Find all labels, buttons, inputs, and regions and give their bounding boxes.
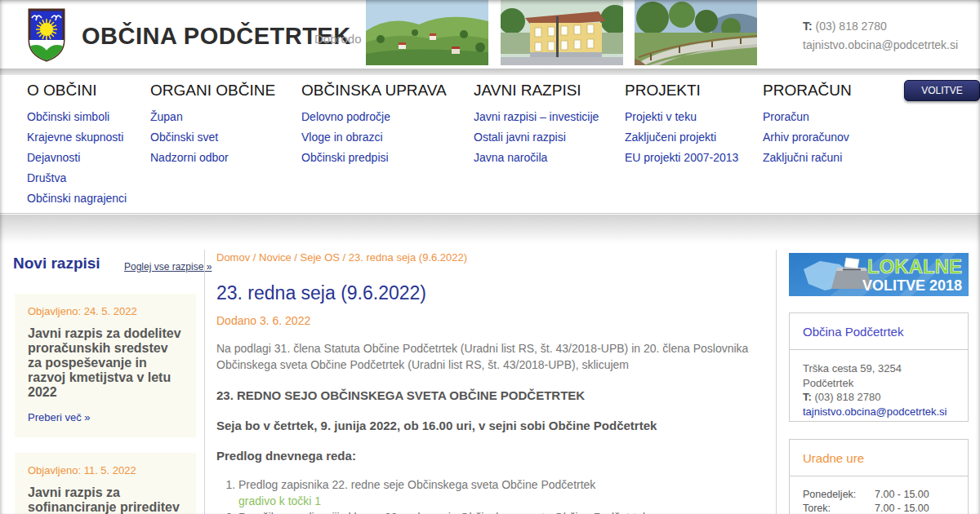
- nav-link-zakljuceni-projekti[interactable]: Zaključeni projekti: [625, 127, 738, 148]
- office-hours-body: Ponedeljek: 7.00 - 15.00 Torek: 7.00 - 1…: [790, 476, 968, 514]
- date-added: Dodano 3. 6. 2022: [216, 314, 762, 327]
- svg-text:VOLITVE 2018: VOLITVE 2018: [862, 277, 962, 294]
- nav-link-zupan[interactable]: Župan: [150, 107, 275, 127]
- nav-link-obcinski-nagrajenci[interactable]: Občinski nagrajenci: [27, 188, 127, 209]
- agenda-material-link[interactable]: gradivo k točki 1: [238, 493, 762, 509]
- main-navigation: O OBČINI Občinski simboli Krajevne skupn…: [0, 75, 980, 214]
- office-hours-row: Torek: 7.00 - 15.00: [803, 502, 955, 514]
- phone-number: (03) 818 2780: [814, 391, 880, 403]
- welcome-text: Dobrodo: [314, 32, 372, 46]
- phone-label: T:: [803, 20, 813, 33]
- office-hours-box: Uradne ure Ponedeljek: 7.00 - 15.00 Tore…: [789, 439, 969, 514]
- nav-col-o-obcini: O OBČINI Občinski simboli Krajevne skupn…: [27, 82, 127, 209]
- article: Domov / Novice / Seje OS / 23. redna sej…: [216, 251, 762, 514]
- nav-shadow: [0, 215, 980, 247]
- nav-col-projekti: PROJEKTI Projekti v teku Zaključeni proj…: [625, 82, 738, 168]
- nav-col-organi-obcine: ORGANI OBČINE Župan Občinski svet Nadzor…: [150, 82, 275, 168]
- session-heading: 23. REDNO SEJO OBČINSKEGA SVETA OBČINE P…: [216, 389, 762, 401]
- office-hours-row: Ponedeljek: 7.00 - 15.00: [803, 488, 955, 502]
- nav-col-javni-razpisi: JAVNI RAZPISI Javni razpisi – investicij…: [474, 82, 599, 168]
- nav-title-projekti[interactable]: PROJEKTI: [625, 82, 738, 100]
- svg-text:LOKALNE: LOKALNE: [867, 255, 962, 277]
- nav-link-proracun[interactable]: Proračun: [763, 107, 852, 127]
- agenda-list: Predlog zapisnika 22. redne seje Občinsk…: [216, 476, 762, 514]
- municipal-coat-of-arms-icon[interactable]: [27, 7, 66, 63]
- nav-title-proracun[interactable]: PRORAČUN: [763, 82, 852, 100]
- header-photo-municipal-building: [501, 0, 623, 65]
- agenda-item-text: Poročilo o realizaciji sklepov 22. redne…: [238, 511, 648, 514]
- municipality-phone: T: (03) 818 2780: [803, 390, 955, 405]
- nav-link-javni-razpisi-investicije[interactable]: Javni razpisi – investicije: [474, 107, 599, 127]
- nav-link-javna-narocila[interactable]: Javna naročila: [474, 148, 599, 168]
- session-time: Seja bo v četrtek, 9. junija 2022, ob 16…: [216, 419, 762, 432]
- breadcrumb[interactable]: Domov / Novice / Seje OS / 23. redna sej…: [216, 251, 762, 264]
- header-contact: T: (03) 818 2780 tajnistvo.obcina@podcet…: [803, 17, 958, 55]
- local-elections-2018-banner[interactable]: LOKALNE VOLITVE 2018: [789, 253, 969, 296]
- tender-published-date: Objavljeno: 24. 5. 2022: [28, 305, 183, 317]
- site-title: OBČINA PODČETRTEK: [82, 23, 351, 50]
- nav-col-proracun: PRORAČUN Proračun Arhiv proračunov Zaklj…: [763, 82, 852, 168]
- office-hours-title: Uradne ure: [790, 440, 968, 476]
- right-column-divider: [776, 250, 777, 514]
- nav-link-ostali-javni-razpisi[interactable]: Ostali javni razpisi: [474, 127, 599, 148]
- new-tenders-heading: Novi razpisi: [13, 255, 100, 273]
- municipality-contact-box: Občina Podčetrtek Trška cesta 59, 3254 P…: [789, 312, 969, 422]
- header-divider: [0, 69, 980, 75]
- nav-link-arhiv-proracunov[interactable]: Arhiv proračunov: [763, 127, 852, 148]
- nav-link-eu-projekti[interactable]: EU projekti 2007-2013: [625, 148, 738, 168]
- nav-link-obcinski-predpisi[interactable]: Občinski predpisi: [301, 148, 447, 168]
- site-header: OBČINA PODČETRTEK Dobrodo: [0, 0, 980, 69]
- nav-link-krajevne-skupnosti[interactable]: Krajevne skupnosti: [27, 127, 127, 148]
- agenda-heading: Predlog dnevnega reda:: [216, 450, 762, 462]
- volitve-2018-button[interactable]: VOLITVE 2018: [904, 80, 980, 101]
- agenda-item-text: Predlog zapisnika 22. redne seje Občinsk…: [238, 478, 595, 491]
- nav-link-obcinski-svet[interactable]: Občinski svet: [150, 127, 275, 148]
- office-hours-day: Ponedeljek:: [803, 488, 875, 502]
- nav-link-obcinski-simboli[interactable]: Občinski simboli: [27, 107, 127, 127]
- office-hours-day: Torek:: [803, 502, 875, 514]
- tender-title: Javni razpis za sofinanciranje priredite…: [28, 485, 183, 514]
- tender-published-date: Objavljeno: 11. 5. 2022: [28, 464, 183, 476]
- article-intro: Na podlagi 31. člena Statuta Občine Podč…: [216, 340, 762, 373]
- phone-number: (03) 818 2780: [816, 20, 887, 33]
- nav-title-obcinska-uprava[interactable]: OBČINSKA UPRAVA: [301, 82, 447, 100]
- header-photo-riverside-path: [635, 0, 757, 65]
- nav-col-obcinska-uprava: OBČINSKA UPRAVA Delovno področje Vloge i…: [301, 82, 447, 168]
- tender-card: Objavljeno: 24. 5. 2022 Javni razpis za …: [15, 294, 196, 437]
- page-title: 23. redna seja (9.6.2022): [216, 281, 762, 304]
- nav-link-drustva[interactable]: Društva: [27, 168, 127, 188]
- header-phone: T: (03) 818 2780: [803, 17, 958, 36]
- nav-title-javni-razpisi[interactable]: JAVNI RAZPISI: [474, 82, 599, 100]
- nav-link-delovno-podrocje[interactable]: Delovno področje: [301, 107, 447, 127]
- contact-box-title[interactable]: Občina Podčetrtek: [790, 313, 968, 350]
- office-hours-time: 7.00 - 15.00: [875, 488, 929, 502]
- header-email: tajnistvo.obcina@podcetrtek.si: [803, 36, 958, 55]
- municipality-email-link[interactable]: tajnistvo.obcina@podcetrtek.si: [803, 405, 947, 418]
- nav-link-zakljucni-racuni[interactable]: Zaključni računi: [763, 148, 852, 168]
- page: OBČINA PODČETRTEK Dobrodo: [0, 0, 980, 514]
- nav-title-o-obcini[interactable]: O OBČINI: [27, 82, 127, 100]
- left-column-divider: [204, 250, 205, 514]
- header-photo-hillside: [366, 0, 488, 65]
- agenda-item: Predlog zapisnika 22. redne seje Občinsk…: [238, 476, 762, 509]
- tender-card: Objavljeno: 11. 5. 2022 Javni razpis za …: [15, 453, 196, 514]
- read-more-link[interactable]: Preberi več »: [28, 411, 91, 423]
- nav-title-organi-obcine[interactable]: ORGANI OBČINE: [150, 82, 275, 100]
- nav-link-projekti-v-teku[interactable]: Projekti v teku: [625, 107, 738, 127]
- contact-box-body: Trška cesta 59, 3254 Podčetrtek T: (03) …: [790, 350, 968, 430]
- nav-link-dejavnosti[interactable]: Dejavnosti: [27, 148, 127, 168]
- nav-link-nadzorni-odbor[interactable]: Nadzorni odbor: [150, 148, 275, 168]
- phone-label: T:: [803, 391, 812, 403]
- view-all-tenders-link[interactable]: Poglej vse razpise »: [124, 261, 212, 273]
- municipality-address: Trška cesta 59, 3254 Podčetrtek: [803, 361, 955, 390]
- office-hours-time: 7.00 - 15.00: [875, 502, 929, 514]
- tender-title: Javni razpis za dodelitev proračunskih s…: [28, 326, 183, 400]
- nav-link-vloge-in-obrazci[interactable]: Vloge in obrazci: [301, 127, 447, 148]
- agenda-item: Poročilo o realizaciji sklepov 22. redne…: [238, 509, 762, 514]
